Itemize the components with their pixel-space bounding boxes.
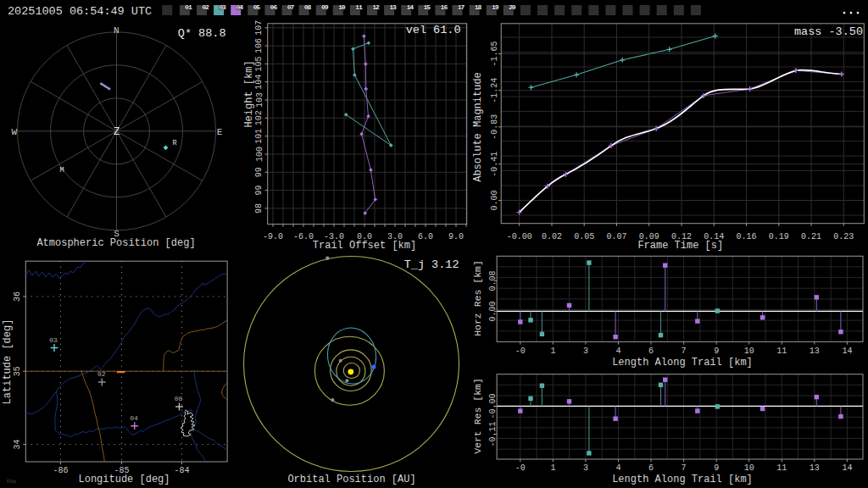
svg-text:08: 08 (304, 3, 312, 11)
svg-text:03: 03 (49, 336, 58, 344)
svg-text:0.19: 0.19 (769, 232, 789, 241)
svg-text:1: 1 (550, 347, 555, 356)
svg-text:-0.41: -0.41 (490, 152, 499, 177)
svg-text:9.0: 9.0 (448, 232, 464, 241)
svg-text:34: 34 (13, 439, 22, 449)
svg-text:02: 02 (202, 3, 209, 11)
svg-text:10: 10 (744, 463, 754, 473)
svg-text:-0.00: -0.00 (507, 232, 532, 241)
svg-text:99: 99 (255, 167, 264, 177)
svg-text:19: 19 (492, 3, 499, 11)
svg-text:100: 100 (255, 147, 264, 162)
svg-text:N: N (114, 25, 120, 36)
svg-text:-86: -86 (53, 466, 68, 475)
svg-text:20: 20 (509, 3, 516, 11)
svg-text:20251005 06:54:49 UTC: 20251005 06:54:49 UTC (8, 5, 152, 18)
svg-text:08: 08 (175, 395, 183, 402)
svg-text:0.16: 0.16 (736, 232, 756, 241)
svg-text:35: 35 (13, 366, 22, 376)
svg-text:09: 09 (321, 3, 329, 11)
svg-text:3: 3 (583, 463, 588, 473)
svg-text:vel 61.0: vel 61.0 (406, 24, 461, 36)
svg-text:-84: -84 (174, 466, 189, 475)
svg-text:13: 13 (389, 3, 397, 11)
svg-text:Length Along Trail [km]: Length Along Trail [km] (612, 474, 753, 485)
svg-text:0.05: 0.05 (574, 232, 594, 241)
svg-text:Orbital Position [AU]: Orbital Position [AU] (287, 474, 415, 485)
svg-text:04: 04 (130, 414, 138, 422)
svg-text:9: 9 (714, 347, 719, 356)
svg-text:-0.83: -0.83 (490, 114, 499, 140)
svg-text:0.02: 0.02 (542, 232, 562, 241)
svg-text:16: 16 (441, 3, 448, 11)
svg-text:18: 18 (475, 3, 482, 11)
svg-text:98: 98 (255, 203, 264, 214)
svg-text:0.00: 0.00 (489, 301, 498, 321)
svg-text:102: 102 (255, 110, 264, 125)
svg-text:-6.0: -6.0 (293, 232, 314, 241)
svg-text:4: 4 (615, 347, 620, 356)
svg-text:6: 6 (648, 463, 654, 473)
svg-text:14: 14 (842, 463, 852, 473)
svg-text:13: 13 (810, 463, 820, 473)
svg-text:01: 01 (185, 3, 192, 11)
svg-text:101: 101 (255, 129, 264, 144)
svg-text:mass -3.50: mass -3.50 (794, 25, 863, 38)
svg-text:4: 4 (615, 463, 620, 473)
svg-text:04: 04 (236, 3, 243, 11)
svg-text:0.00: 0.00 (490, 191, 499, 211)
svg-text:06: 06 (270, 3, 278, 11)
svg-text:104: 104 (255, 75, 264, 90)
svg-text:Horz Res [km]: Horz Res [km] (472, 260, 483, 336)
svg-text:12: 12 (372, 3, 380, 11)
svg-text:Trail Offset [km]: Trail Offset [km] (313, 240, 416, 252)
svg-text:11: 11 (776, 463, 787, 473)
svg-text:Height [km]: Height [km] (243, 60, 255, 127)
svg-text:-0: -0 (515, 463, 526, 473)
svg-text:02: 02 (97, 370, 106, 378)
svg-text:106: 106 (255, 38, 264, 53)
svg-text:Q* 88.8: Q* 88.8 (178, 27, 226, 40)
svg-text:7: 7 (682, 347, 687, 356)
svg-text:0.21: 0.21 (801, 232, 821, 241)
svg-text:103: 103 (255, 92, 264, 108)
svg-text:-0.11: -0.11 (489, 421, 498, 446)
svg-text:Longitude [deg]: Longitude [deg] (78, 474, 170, 485)
svg-text:-0: -0 (515, 347, 526, 356)
svg-text:107: 107 (255, 20, 264, 36)
svg-text:14: 14 (842, 347, 852, 356)
svg-text:13: 13 (810, 347, 820, 356)
svg-text:14: 14 (406, 3, 414, 11)
svg-text:0.23: 0.23 (833, 232, 854, 241)
svg-text:Vert Res [km]: Vert Res [km] (472, 378, 483, 454)
svg-text:E: E (217, 127, 223, 137)
svg-text:W: W (11, 127, 17, 137)
svg-text:6.0: 6.0 (418, 232, 433, 241)
svg-text:FGtd: FGtd (7, 480, 16, 484)
svg-text:T_j 3.12: T_j 3.12 (404, 258, 459, 271)
svg-text:-9.0: -9.0 (263, 232, 283, 241)
svg-text:0.08: 0.08 (489, 271, 498, 291)
svg-text:36: 36 (13, 291, 22, 302)
svg-text:-1.24: -1.24 (490, 78, 499, 103)
svg-text:Absolute Magnitude: Absolute Magnitude (472, 72, 484, 182)
svg-text:-1.65: -1.65 (490, 41, 499, 66)
svg-text:05: 05 (253, 3, 261, 11)
svg-text:Z: Z (114, 126, 120, 138)
svg-text:R: R (173, 139, 177, 147)
svg-text:Latitude [deg]: Latitude [deg] (2, 319, 14, 405)
svg-text:03: 03 (219, 3, 226, 11)
svg-text:15: 15 (424, 3, 431, 11)
svg-text:11: 11 (776, 347, 787, 356)
svg-text:11: 11 (355, 3, 363, 11)
svg-text:99: 99 (255, 186, 264, 196)
svg-text:6: 6 (648, 347, 654, 356)
svg-text:Atmospheric Position [deg]: Atmospheric Position [deg] (36, 237, 195, 249)
svg-text:17: 17 (458, 3, 465, 11)
svg-text:0.07: 0.07 (606, 232, 626, 241)
svg-text:10: 10 (338, 3, 346, 11)
svg-text:07: 07 (287, 3, 295, 11)
svg-text:10: 10 (744, 347, 754, 356)
svg-text:-0.00: -0.00 (489, 393, 498, 419)
svg-text:Length Along Trail [km]: Length Along Trail [km] (612, 357, 753, 369)
